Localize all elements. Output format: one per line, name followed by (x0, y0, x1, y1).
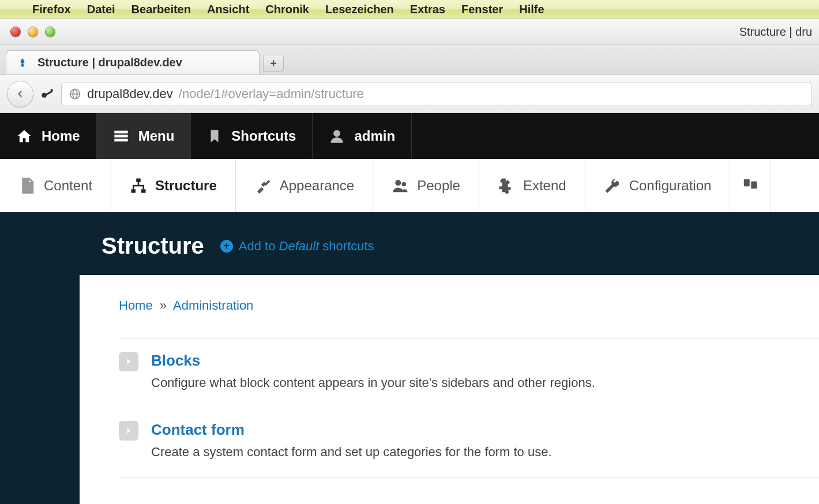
page-header: Structure + Add to Default shortcuts (0, 212, 819, 275)
home-icon (16, 128, 32, 144)
content-icon (18, 177, 36, 194)
admin-list: Blocks Configure what block content appe… (119, 338, 819, 477)
admin-item-blocks[interactable]: Blocks Configure what block content appe… (119, 339, 819, 408)
svg-rect-9 (114, 139, 127, 142)
tab-title: Structure | drupal8dev.dev (37, 56, 182, 69)
traffic-lights (10, 27, 55, 37)
svg-point-10 (334, 130, 341, 137)
breadcrumb-sep: » (160, 298, 167, 313)
url-domain: drupal8dev.dev (87, 86, 173, 101)
url-input[interactable]: drupal8dev.dev/node/1#overlay=admin/stru… (61, 82, 812, 106)
admin-tabs: Content Structure Appearance People Exte… (0, 159, 819, 212)
svg-point-0 (21, 63, 24, 66)
close-button[interactable] (10, 27, 21, 37)
zoom-button[interactable] (45, 27, 55, 37)
tab-strip: Structure | drupal8dev.dev + (0, 45, 819, 75)
drupal-toolbar: Home Menu Shortcuts admin (0, 113, 819, 159)
toolbar-shortcuts[interactable]: Shortcuts (191, 113, 313, 159)
menubar-item-extras[interactable]: Extras (410, 3, 445, 16)
minimize-button[interactable] (28, 27, 38, 37)
shortcut-default: Default (279, 239, 320, 253)
menubar-item-fenster[interactable]: Fenster (461, 3, 503, 16)
window-titlebar: Structure | dru (0, 18, 819, 45)
svg-rect-14 (261, 182, 266, 187)
chevron-right-icon (119, 421, 138, 441)
shortcut-prefix: Add to (239, 239, 279, 253)
new-tab-button[interactable]: + (263, 55, 284, 72)
admin-tab-structure-label: Structure (155, 178, 217, 194)
svg-rect-13 (141, 189, 146, 193)
breadcrumb: Home » Administration (119, 298, 819, 313)
svg-rect-11 (136, 178, 141, 182)
admin-tab-appearance[interactable]: Appearance (236, 159, 373, 212)
tab-structure[interactable]: Structure | drupal8dev.dev (6, 50, 260, 74)
toolbar-home[interactable]: Home (0, 113, 97, 159)
plus-circle-icon: + (220, 240, 233, 253)
svg-point-16 (402, 182, 407, 186)
admin-tab-structure[interactable]: Structure (111, 159, 236, 212)
menubar-item-datei[interactable]: Datei (87, 3, 115, 16)
toolbar-shortcuts-label: Shortcuts (231, 128, 296, 144)
breadcrumb-admin[interactable]: Administration (173, 298, 253, 313)
globe-icon (69, 88, 81, 100)
bookmark-icon (207, 129, 222, 144)
menubar-app[interactable]: Firefox (32, 3, 71, 16)
breadcrumb-home[interactable]: Home (119, 298, 153, 313)
window-title: Structure | dru (739, 25, 812, 39)
extend-icon (498, 177, 515, 194)
menubar-item-hilfe[interactable]: Hilfe (519, 3, 544, 16)
back-button[interactable] (7, 81, 33, 107)
url-path: /node/1#overlay=admin/structure (179, 86, 364, 101)
shortcut-suffix: shortcuts (319, 239, 374, 253)
svg-rect-7 (114, 131, 127, 134)
reports-icon (742, 177, 759, 194)
mac-menubar: Firefox Datei Bearbeiten Ansicht Chronik… (0, 0, 819, 18)
user-icon (329, 128, 345, 144)
svg-point-1 (42, 92, 47, 97)
svg-rect-8 (114, 135, 127, 138)
drupal-favicon (17, 57, 28, 69)
chevron-right-icon (119, 352, 138, 371)
menubar-item-ansicht[interactable]: Ansicht (207, 3, 249, 16)
toolbar-menu[interactable]: Menu (97, 113, 191, 159)
svg-rect-18 (752, 181, 757, 189)
admin-tab-people[interactable]: People (373, 159, 479, 212)
admin-tab-extend[interactable]: Extend (479, 159, 585, 212)
toolbar-user-label: admin (354, 128, 395, 144)
svg-rect-17 (744, 179, 750, 186)
svg-point-15 (395, 180, 401, 186)
people-icon (392, 177, 409, 194)
admin-item-contact-form[interactable]: Contact form Create a system contact for… (119, 408, 819, 477)
admin-tab-appearance-label: Appearance (280, 178, 354, 194)
svg-rect-12 (132, 189, 136, 193)
admin-item-title[interactable]: Blocks (151, 352, 595, 370)
key-icon[interactable] (39, 86, 55, 102)
left-gutter (0, 275, 80, 504)
menubar-item-lesezeichen[interactable]: Lesezeichen (325, 3, 394, 16)
page-title: Structure (102, 233, 204, 259)
add-shortcut-link[interactable]: + Add to Default shortcuts (220, 239, 374, 254)
admin-tab-content[interactable]: Content (0, 159, 111, 212)
admin-tab-configuration[interactable]: Configuration (585, 159, 731, 212)
appearance-icon (254, 177, 272, 194)
admin-item-title[interactable]: Contact form (151, 421, 552, 439)
menubar-item-chronik[interactable]: Chronik (265, 3, 309, 16)
toolbar-home-label: Home (42, 128, 80, 144)
menubar-item-bearbeiten[interactable]: Bearbeiten (132, 3, 191, 16)
admin-tab-people-label: People (417, 178, 460, 194)
admin-tab-extend-label: Extend (523, 178, 566, 194)
admin-tab-reports[interactable] (730, 159, 771, 212)
structure-icon (130, 177, 147, 194)
menu-icon (113, 128, 129, 144)
content: Home » Administration Blocks Configure w… (80, 275, 819, 504)
admin-item-desc: Create a system contact form and set up … (151, 445, 552, 460)
toolbar-user[interactable]: admin (313, 113, 412, 159)
admin-tab-configuration-label: Configuration (629, 178, 712, 194)
configuration-icon (604, 177, 621, 194)
admin-item-desc: Configure what block content appears in … (151, 375, 595, 390)
admin-tab-content-label: Content (44, 178, 92, 194)
toolbar-menu-label: Menu (138, 128, 175, 144)
url-bar: drupal8dev.dev/node/1#overlay=admin/stru… (0, 75, 819, 113)
content-wrap: Home » Administration Blocks Configure w… (0, 275, 819, 504)
